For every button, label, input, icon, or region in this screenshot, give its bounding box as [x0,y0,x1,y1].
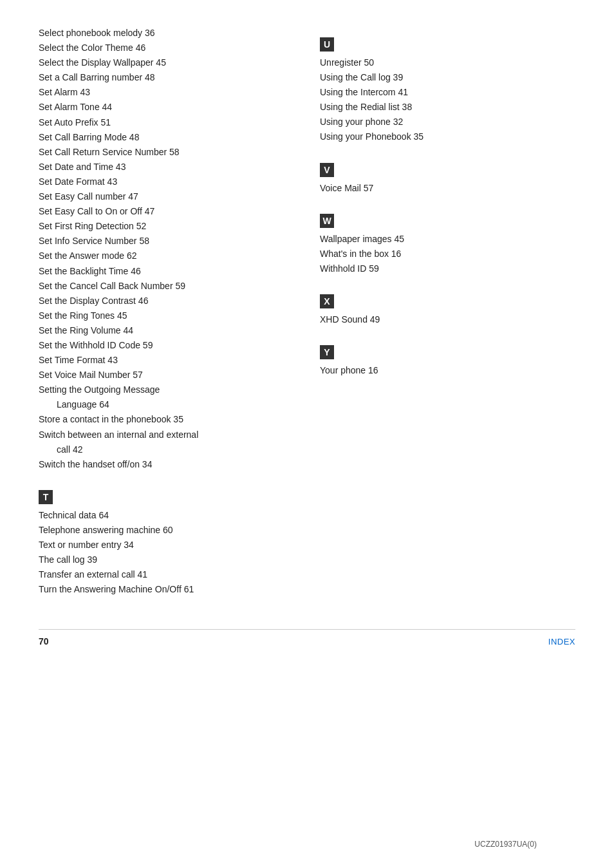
entry-set-display-contrast: Set the Display Contrast 46 [39,294,294,308]
s-entries: Select phonebook melody 36 Select the Co… [39,26,294,472]
entry-technical-data: Technical data 64 [39,508,294,523]
page-number: 70 [39,636,49,646]
entry-set-first-ring-detection: Set First Ring Detection 52 [39,219,294,234]
entry-set-alarm-tone: Set Alarm Tone 44 [39,100,294,115]
entry-the-call-log: The call log 39 [39,552,294,567]
v-section-block: V Voice Mail 57 [320,151,575,196]
entry-set-time-format: Set Time Format 43 [39,353,294,368]
entry-set-backlight-time: Set the Backlight Time 46 [39,264,294,279]
entry-text-or-number-entry: Text or number entry 34 [39,538,294,552]
y-section-header: Y [320,345,334,359]
entry-set-date-and-time: Set Date and Time 43 [39,160,294,175]
x-entries: XHD Sound 49 [320,312,575,327]
entry-set-call-barring-mode: Set Call Barring Mode 48 [39,130,294,145]
entry-set-withhold-id-code: Set the Withhold ID Code 59 [39,338,294,353]
v-entries: Voice Mail 57 [320,181,575,196]
entry-switch-handset: Switch the handset off/on 34 [39,457,294,472]
entry-using-your-phone: Using your phone 32 [320,115,575,129]
y-section-block: Y Your phone 16 [320,334,575,378]
entry-set-voice-mail-number: Set Voice Mail Number 57 [39,368,294,382]
entry-unregister: Unregister 50 [320,55,575,70]
entry-telephone-answering-machine: Telephone answering machine 60 [39,523,294,538]
entry-set-ring-tones: Set the Ring Tones 45 [39,308,294,323]
entry-setting-outgoing-message: Setting the Outgoing Message [39,382,294,397]
entry-withhold-id: Withhold ID 59 [320,261,575,276]
s-entries-block: Select phonebook melody 36 Select the Co… [39,26,294,472]
entry-your-phone: Your phone 16 [320,363,575,378]
entry-select-display-wallpaper: Select the Display Wallpaper 45 [39,55,294,70]
entry-set-call-return-service: Set Call Return Service Number 58 [39,145,294,160]
left-column: Select phonebook melody 36 Select the Co… [39,26,294,603]
entry-set-cancel-call-back: Set the Cancel Call Back Number 59 [39,279,294,294]
entry-call-42: call 42 [39,442,294,457]
entry-switch-internal-external: Switch between an internal and external [39,428,294,442]
entry-using-call-log: Using the Call log 39 [320,70,575,85]
entry-language: Language 64 [39,397,294,412]
entry-wallpaper-images: Wallpaper images 45 [320,232,575,247]
entry-whats-in-the-box: What's in the box 16 [320,247,575,261]
y-entries: Your phone 16 [320,363,575,378]
page-footer: 70 INDEX [39,629,575,646]
entry-set-easy-call-on-off: Set Easy Call to On or Off 47 [39,204,294,219]
x-section-block: X XHD Sound 49 [320,283,575,327]
index-label: INDEX [548,637,575,646]
entry-using-redial-list: Using the Redial list 38 [320,100,575,115]
u-entries: Unregister 50 Using the Call log 39 Usin… [320,55,575,145]
entry-set-alarm: Set Alarm 43 [39,85,294,100]
entry-xhd-sound: XHD Sound 49 [320,312,575,327]
entry-using-intercom: Using the Intercom 41 [320,85,575,100]
entry-set-easy-call-number: Set Easy Call number 47 [39,189,294,204]
entry-set-date-format: Set Date Format 43 [39,175,294,189]
entry-voice-mail: Voice Mail 57 [320,181,575,196]
u-section-header: U [320,37,334,52]
entry-set-answer-mode: Set the Answer mode 62 [39,249,294,263]
document-code: UCZZ01937UA(0) [474,840,537,849]
x-section-header: X [320,294,334,308]
t-section-block: T Technical data 64 Telephone answering … [39,478,294,598]
entry-turn-answering-machine: Turn the Answering Machine On/Off 61 [39,582,294,597]
page-wrapper: Select phonebook melody 36 Select the Co… [39,26,575,868]
w-section-block: W Wallpaper images 45 What's in the box … [320,202,575,276]
entry-store-contact: Store a contact in the phonebook 35 [39,412,294,427]
right-column: U Unregister 50 Using the Call log 39 Us… [320,26,575,603]
u-section-block: U Unregister 50 Using the Call log 39 Us… [320,26,575,145]
entry-select-color-theme: Select the Color Theme 46 [39,41,294,55]
v-section-header: V [320,163,334,177]
entry-select-phonebook-melody: Select phonebook melody 36 [39,26,294,41]
entry-set-ring-volume: Set the Ring Volume 44 [39,323,294,338]
entry-using-your-phonebook: Using your Phonebook 35 [320,129,575,144]
entry-set-info-service-number: Set Info Service Number 58 [39,234,294,249]
t-entries: Technical data 64 Telephone answering ma… [39,508,294,598]
w-entries: Wallpaper images 45 What's in the box 16… [320,232,575,276]
page-content: Select phonebook melody 36 Select the Co… [39,26,575,603]
t-section-header: T [39,490,53,504]
entry-transfer-external-call: Transfer an external call 41 [39,567,294,582]
entry-set-call-barring-number: Set a Call Barring number 48 [39,70,294,85]
entry-set-auto-prefix: Set Auto Prefix 51 [39,115,294,130]
w-section-header: W [320,214,334,228]
